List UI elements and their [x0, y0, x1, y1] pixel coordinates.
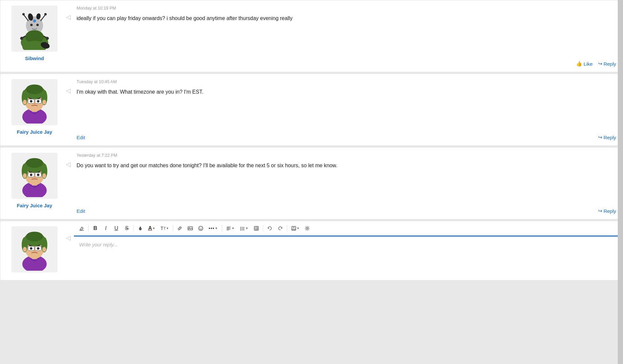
avatar-col-2: Fairy Juice Jay [0, 74, 66, 146]
sep-2 [133, 225, 134, 232]
content-col-2: Tuesday at 10:45 AM I'm okay with that. … [74, 74, 623, 146]
scrollbar-track[interactable] [618, 0, 623, 364]
toolbar-save-btn[interactable]: ▼ [289, 224, 302, 233]
message-text-2: I'm okay with that. What timezone are yo… [77, 88, 616, 129]
svg-point-3 [36, 24, 39, 26]
editor-placeholder: Write your reply... [79, 242, 117, 247]
reply-icon-3: ↩ [598, 208, 602, 214]
svg-point-54 [33, 176, 35, 178]
toolbar-settings-btn[interactable] [303, 224, 312, 233]
content-col-3: Yesterday at 7:22 PM Do you want to try … [74, 148, 623, 219]
svg-point-73 [33, 250, 35, 252]
svg-point-13 [20, 37, 23, 40]
actions-2: Edit ↩ Reply [77, 134, 616, 140]
svg-point-31 [37, 100, 39, 102]
edit-button-2[interactable]: Edit [77, 135, 85, 140]
message-card-2: Fairy Juice Jay ◁ Tuesday at 10:45 AM I'… [0, 74, 623, 146]
toolbar-eraser-btn[interactable] [77, 224, 86, 233]
svg-point-8 [44, 13, 47, 15]
content-col-1: Monday at 10:19 PM ideally if you can pl… [74, 0, 623, 72]
svg-point-81 [201, 228, 202, 228]
svg-point-25 [26, 84, 43, 94]
svg-point-55 [23, 173, 27, 178]
svg-rect-99 [292, 229, 295, 230]
reply-button-1[interactable]: ↩ Reply [598, 61, 616, 67]
sep-3 [173, 225, 173, 232]
svg-point-75 [42, 247, 46, 252]
toolbar-undo-btn[interactable] [265, 224, 274, 233]
svg-rect-98 [293, 226, 295, 228]
svg-point-50 [37, 174, 39, 176]
svg-point-69 [37, 247, 39, 250]
actions-3: Edit ↩ Reply [77, 208, 616, 214]
toolbar-strikethrough-btn[interactable]: S [122, 224, 131, 233]
svg-point-15 [46, 37, 49, 40]
username-fairy-2: Fairy Juice Jay [17, 129, 52, 135]
svg-point-63 [26, 232, 43, 241]
username-sibwind: Sibwind [25, 56, 44, 61]
timestamp-3: Yesterday at 7:22 PM [77, 153, 616, 158]
svg-point-4 [33, 19, 36, 22]
toolbar-emoji-btn[interactable] [196, 224, 205, 233]
like-button-1[interactable]: 👍 Like [576, 61, 593, 67]
toolbar-bold-btn[interactable]: B [91, 224, 100, 233]
toolbar-align-btn[interactable]: ▼ [224, 224, 237, 233]
avatar-fairy-3 [12, 153, 58, 199]
svg-point-30 [30, 100, 32, 102]
like-icon: 👍 [576, 61, 582, 67]
sep-4 [222, 225, 222, 232]
editor-toolbar: B I U S [74, 221, 623, 237]
svg-point-36 [23, 100, 27, 105]
svg-point-37 [42, 100, 46, 105]
arrow-1: ◁ [66, 0, 74, 72]
editor-arrow-col: ◁ [66, 221, 74, 280]
action-left-2: Edit [77, 135, 85, 140]
action-right-1: 👍 Like ↩ Reply [576, 61, 616, 67]
toolbar-underline-btn[interactable]: U [112, 224, 121, 233]
reply-button-2[interactable]: ↩ Reply [598, 134, 616, 140]
svg-point-6 [22, 13, 25, 15]
avatar-sibwind [12, 6, 58, 52]
toolbar-more-btn[interactable]: ••• ▼ [207, 224, 220, 233]
svg-point-44 [26, 158, 43, 168]
action-right-3: ↩ Reply [598, 208, 616, 214]
svg-point-79 [199, 226, 203, 231]
toolbar-italic-btn[interactable]: I [101, 224, 110, 233]
svg-point-56 [42, 173, 46, 178]
arrow-2: ◁ [66, 74, 74, 146]
reply-button-3[interactable]: ↩ Reply [598, 208, 616, 214]
edit-button-3[interactable]: Edit [77, 208, 85, 214]
svg-point-68 [30, 247, 32, 250]
message-text-1: ideally if you can play friday onwards? … [77, 14, 616, 56]
username-fairy-3: Fairy Juice Jay [17, 203, 52, 208]
sep-5 [263, 225, 263, 232]
toolbar-font-size-btn[interactable]: TT ▼ [158, 224, 171, 233]
toolbar-link-btn[interactable] [175, 224, 184, 233]
toolbar-table-btn[interactable] [252, 224, 261, 233]
toolbar-image-btn[interactable] [186, 224, 195, 233]
toolbar-font-color-btn[interactable]: A ▼ [146, 224, 157, 233]
avatar-col-3: Fairy Juice Jay [0, 148, 66, 219]
sep-6 [287, 225, 287, 232]
editor-body[interactable]: Write your reply... [74, 237, 623, 256]
avatar-fairy-2 [12, 79, 58, 125]
reply-icon-1: ↩ [598, 61, 602, 67]
message-text-3: Do you want to try and get our matches d… [77, 162, 616, 203]
actions-1: 👍 Like ↩ Reply [77, 61, 616, 67]
svg-point-88 [240, 228, 241, 229]
action-left-3: Edit [77, 208, 85, 214]
svg-point-100 [307, 228, 308, 229]
avatar-col-1: Sibwind [0, 0, 66, 72]
svg-point-74 [23, 247, 27, 252]
svg-line-7 [41, 15, 45, 21]
svg-point-49 [30, 174, 32, 176]
editor-avatar [12, 226, 58, 272]
toolbar-ink-btn[interactable] [136, 224, 145, 233]
message-card-1: Sibwind ◁ Monday at 10:19 PM ideally if … [0, 0, 623, 72]
svg-point-86 [240, 227, 241, 228]
toolbar-list-btn[interactable]: ▼ [238, 224, 250, 233]
message-card-3: Fairy Juice Jay ◁ Yesterday at 7:22 PM D… [0, 147, 623, 219]
toolbar-redo-btn[interactable] [276, 224, 285, 233]
svg-point-80 [200, 228, 200, 228]
svg-rect-92 [254, 226, 258, 230]
